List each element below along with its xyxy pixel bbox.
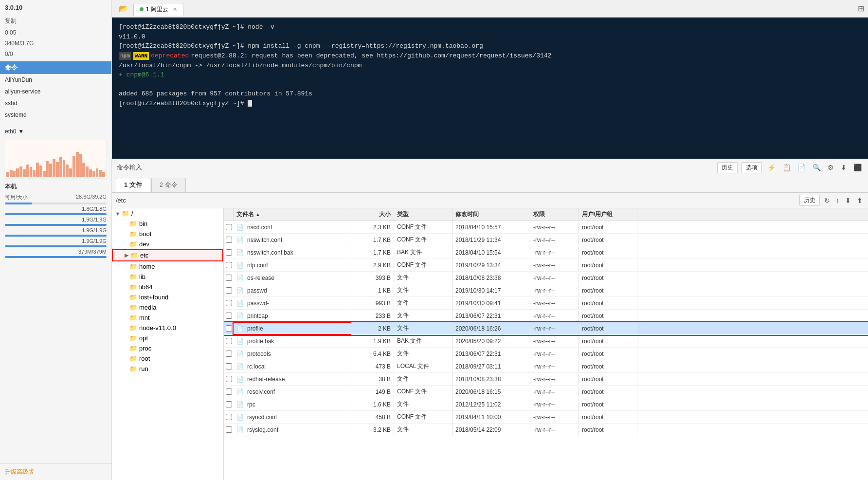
folder-icon[interactable]: 📂 (116, 4, 131, 13)
sidebar-item-aliyun-service[interactable]: aliyun-service (0, 86, 111, 97)
file-row[interactable]: 📄printcap 233 B 文件 2013/06/07 22:31 -rw-… (224, 310, 868, 322)
file-checkbox[interactable] (224, 401, 234, 407)
history-button[interactable]: 历史 (717, 162, 738, 173)
header-size[interactable]: 大小 (350, 208, 394, 221)
checkbox-input[interactable] (226, 262, 232, 268)
file-checkbox[interactable] (224, 262, 234, 268)
file-row[interactable]: 📄rsyncd.conf 458 B CONF 文件 2019/04/11 10… (224, 411, 868, 424)
file-checkbox[interactable] (224, 325, 234, 332)
file-checkbox[interactable] (224, 338, 234, 344)
file-checkbox[interactable] (224, 275, 234, 281)
tree-item-media[interactable]: 📁 media (112, 302, 223, 313)
checkbox-input[interactable] (226, 300, 232, 306)
file-row[interactable]: 📄profile.bak 1.9 KB BAK 文件 2020/05/20 09… (224, 335, 868, 348)
file-checkbox[interactable] (224, 363, 234, 369)
file-checkbox[interactable] (224, 376, 234, 382)
upgrade-button[interactable]: 升级高级版 (0, 463, 111, 480)
checkbox-input[interactable] (226, 224, 232, 230)
file-row[interactable]: 📄rpc 1.6 KB 文件 2012/12/25 11:02 -rw-r--r… (224, 398, 868, 411)
checkbox-input[interactable] (226, 287, 232, 294)
file-row[interactable]: 📄redhat-release 38 B 文件 2018/10/08 23:38… (224, 373, 868, 386)
file-checkbox[interactable] (224, 287, 234, 294)
network-select[interactable]: eth0 ▼ (5, 128, 107, 135)
checkbox-input[interactable] (226, 338, 232, 344)
search-icon[interactable]: 🔍 (811, 164, 822, 171)
file-row-profile[interactable]: 📄profile 2 KB 文件 2020/06/18 16:26 -rw-r-… (224, 322, 868, 335)
file-row[interactable]: 📄passwd 1 KB 文件 2019/10/30 14:17 -rw-r--… (224, 284, 868, 297)
tree-item-lib64[interactable]: 📁 lib64 (112, 282, 223, 292)
header-mtime[interactable]: 修改时间 (452, 208, 530, 221)
checkbox-input[interactable] (226, 325, 232, 332)
download-btn-icon[interactable]: ⬇ (844, 197, 852, 204)
tree-root[interactable]: ▼ 📁 / (112, 208, 223, 219)
tab-close-icon[interactable]: ✕ (173, 6, 177, 13)
tree-item-etc[interactable]: ▶ 📁 etc (112, 249, 223, 261)
stop-icon[interactable]: ⬛ (852, 164, 863, 171)
download-icon[interactable]: ⬇ (839, 164, 848, 171)
tab-commands[interactable]: 2 命令 (151, 178, 186, 192)
checkbox-input[interactable] (226, 376, 232, 382)
file-row[interactable]: 📄nsswitch.conf 1.7 KB CONF 文件 2018/11/29… (224, 234, 868, 246)
tree-item-root[interactable]: 📁 root (112, 353, 223, 364)
header-filename[interactable]: 文件名 ▲ (234, 208, 350, 221)
file-row[interactable]: 📄nsswitch.conf.bak 1.7 KB BAK 文件 2018/04… (224, 246, 868, 259)
tree-item-lost[interactable]: 📁 lost+found (112, 292, 223, 302)
file-row[interactable]: 📄rc.local 473 B LOCAL 文件 2018/09/27 03:1… (224, 360, 868, 373)
up-icon[interactable]: ↑ (834, 197, 841, 204)
file-checkbox[interactable] (224, 351, 234, 357)
file-row[interactable]: 📄protocols 6.4 KB 文件 2013/06/07 22:31 -r… (224, 348, 868, 360)
sidebar-item-aliyundun[interactable]: AliYunDun (0, 74, 111, 86)
sidebar-item-systemd[interactable]: systemd (0, 109, 111, 121)
doc-icon[interactable]: 📄 (796, 164, 807, 171)
header-perm[interactable]: 权限 (530, 208, 579, 221)
sidebar-item-sshd[interactable]: sshd (0, 97, 111, 109)
upload-icon[interactable]: ⬆ (855, 197, 864, 204)
checkbox-input[interactable] (226, 351, 232, 357)
file-row[interactable]: 📄passwd- 993 B 文件 2019/10/30 09:41 -rw-r… (224, 297, 868, 310)
file-checkbox[interactable] (224, 388, 234, 395)
file-checkbox[interactable] (224, 414, 234, 420)
refresh-icon[interactable]: ↻ (823, 197, 832, 204)
file-checkbox[interactable] (224, 313, 234, 319)
grid-icon[interactable]: ⊞ (858, 4, 864, 13)
file-checkbox[interactable] (224, 249, 234, 256)
tree-item-home[interactable]: 📁 home (112, 261, 223, 272)
tree-item-lib[interactable]: 📁 lib (112, 272, 223, 282)
file-row[interactable]: 📄ntp.conf 2.9 KB CONF 文件 2019/10/29 13:3… (224, 259, 868, 272)
checkbox-input[interactable] (226, 388, 232, 395)
tab-files[interactable]: 1 文件 (116, 178, 150, 192)
header-owner[interactable]: 用户/用户组 (579, 208, 637, 221)
tree-item-run[interactable]: 📁 run (112, 364, 223, 374)
tree-item-bin[interactable]: 📁 bin (112, 219, 223, 229)
file-row[interactable]: 📄rsyslog.conf 3.2 KB 文件 2018/05/14 22:09… (224, 424, 868, 436)
tree-item-node[interactable]: 📁 node-v11.0.0 (112, 323, 223, 333)
checkbox-input[interactable] (226, 313, 232, 319)
lightning-icon[interactable]: ⚡ (766, 164, 777, 171)
checkbox-input[interactable] (226, 275, 232, 281)
file-row[interactable]: 📄resolv.conf 149 B CONF 文件 2020/06/18 16… (224, 386, 868, 398)
file-checkbox[interactable] (224, 237, 234, 243)
file-row[interactable]: 📄nscd.conf 2.3 KB CONF 文件 2018/04/10 15:… (224, 221, 868, 234)
settings-icon[interactable]: ⚙ (826, 164, 835, 171)
tree-item-mnt[interactable]: 📁 mnt (112, 313, 223, 323)
file-checkbox[interactable] (224, 224, 234, 230)
checkbox-input[interactable] (226, 401, 232, 407)
checkbox-input[interactable] (226, 414, 232, 420)
checkbox-input[interactable] (226, 363, 232, 369)
chevron-down-icon[interactable]: ▼ (18, 128, 24, 135)
checkbox-input[interactable] (226, 426, 232, 433)
file-row[interactable]: 📄os-release 393 B 文件 2018/10/08 23:38 -r… (224, 272, 868, 284)
checkbox-input[interactable] (226, 249, 232, 256)
checkbox-input[interactable] (226, 237, 232, 243)
file-checkbox[interactable] (224, 426, 234, 433)
tree-item-opt[interactable]: 📁 opt (112, 333, 223, 343)
options-button[interactable]: 选项 (741, 162, 762, 173)
tree-item-dev[interactable]: 📁 dev (112, 239, 223, 249)
clipboard-icon[interactable]: 📋 (781, 164, 792, 171)
header-type[interactable]: 类型 (394, 208, 452, 221)
fb-history-button[interactable]: 历史 (799, 195, 820, 206)
tree-item-boot[interactable]: 📁 boot (112, 229, 223, 239)
tab-item-1[interactable]: 1 阿里云 ✕ (133, 3, 183, 16)
tree-item-proc[interactable]: 📁 proc (112, 343, 223, 353)
file-checkbox[interactable] (224, 300, 234, 306)
